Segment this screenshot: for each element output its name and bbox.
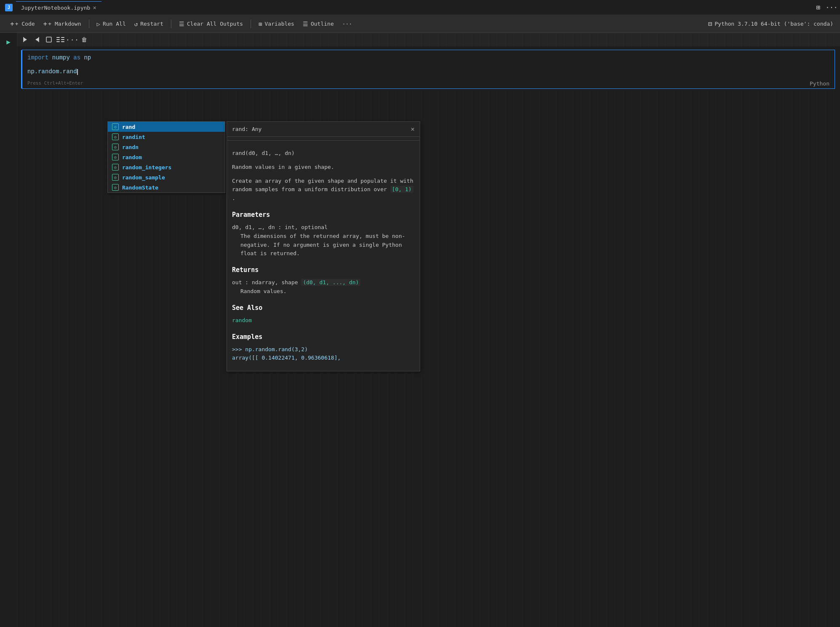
import-keyword: import — [27, 54, 48, 61]
variables-button[interactable]: ⊞ Variables — [255, 19, 298, 29]
doc-return-code: (d0, d1, ..., dn) — [301, 279, 360, 286]
cell-toolbar: ··· 🗑 — [17, 33, 840, 46]
doc-range-code: [0, 1) — [390, 186, 413, 193]
text-cursor — [77, 69, 78, 75]
add-markdown-button[interactable]: + + Markdown — [40, 18, 85, 29]
svg-rect-7 — [56, 41, 60, 42]
doc-see-also-content: random — [232, 316, 415, 325]
add-code-label: + Code — [15, 21, 35, 27]
ac-item-random-sample[interactable]: ⊙ random_sample — [108, 172, 225, 182]
code-line-1: import numpy as np — [27, 53, 829, 62]
doc-description-1: Random values in a given shape. — [232, 163, 415, 172]
cell-run-button[interactable]: ▶ — [5, 36, 12, 48]
ac-text-randomstate: RandomState — [122, 184, 158, 191]
tab-filename: JupyterNotebook.ipynb — [21, 5, 90, 11]
toolbar-sep-2 — [171, 20, 171, 28]
module-name: numpy — [52, 54, 70, 61]
doc-return-desc: Random values. — [232, 287, 415, 296]
cell-hint: Press Ctrl+Alt+Enter Python — [22, 80, 835, 88]
cell-code-content[interactable]: import numpy as np np.random.rand — [22, 50, 835, 80]
ac-text-random-sample: random_sample — [122, 174, 165, 181]
doc-panel-close-button[interactable]: × — [411, 125, 415, 133]
doc-example-code-1: >>> np.random.rand(3,2) — [232, 345, 415, 354]
svg-rect-5 — [56, 37, 60, 38]
main-toolbar: + + Code + + Markdown ▷ Run All ↺ Restar… — [0, 15, 840, 33]
doc-see-also-title: See Also — [232, 303, 415, 313]
add-code-button[interactable]: + + Code — [7, 18, 38, 29]
outline-label: Outline — [311, 21, 334, 27]
svg-rect-6 — [56, 39, 60, 40]
doc-see-also-link[interactable]: random — [232, 317, 252, 323]
cell-active-indicator — [21, 50, 22, 88]
ac-icon-random-integers: ⊙ — [112, 164, 119, 171]
ac-text-randn: randn — [122, 144, 139, 150]
doc-example: >>> np.random.rand(3,2) array([[ 0.14022… — [232, 345, 415, 363]
move-button[interactable] — [56, 35, 66, 45]
delete-cell-button[interactable]: 🗑 — [79, 35, 89, 45]
doc-examples-title: Examples — [232, 332, 415, 342]
cell-language-label: Python — [810, 80, 829, 87]
restart-icon: ↺ — [134, 21, 138, 27]
more-button[interactable]: ··· — [828, 4, 835, 11]
doc-panel-body: rand(d0, d1, …, dn) Random values in a g… — [227, 144, 420, 371]
run-above-button[interactable] — [20, 35, 30, 45]
doc-return: out : ndarray, shape (d0, d1, ..., dn) R… — [232, 278, 415, 296]
ac-icon-random-sample: ⊙ — [112, 174, 119, 181]
notebook-gutter: ▶ — [0, 33, 17, 627]
doc-return-name: out : ndarray, shape (d0, d1, ..., dn) — [232, 278, 415, 287]
kernel-info: ⊟ Python 3.7.10 64-bit ('base': conda) — [708, 20, 833, 28]
doc-panel-title: rand: Any — [232, 126, 261, 132]
code-line-2: np.random.rand — [27, 67, 829, 76]
clear-outputs-button[interactable]: ☰ Clear All Outputs — [176, 19, 246, 29]
doc-panel-header: rand: Any × — [227, 122, 420, 137]
restart-button[interactable]: ↺ Restart — [131, 19, 167, 29]
code-cell[interactable]: import numpy as np np.random.rand Press … — [22, 50, 835, 89]
doc-signature: rand(d0, d1, …, dn) — [232, 149, 415, 158]
main-area: ▶ — [0, 33, 840, 627]
add-markdown-icon: + — [43, 20, 48, 28]
outline-button[interactable]: ☰ Outline — [299, 19, 337, 29]
doc-header-separator — [227, 140, 420, 141]
autocomplete-dropdown: ⊙ rand ⊙ randint ⊙ randn ⊙ random ⊙ rand… — [107, 121, 225, 193]
ac-icon-randn: ⊙ — [112, 144, 119, 150]
doc-param: d0, d1, …, dn : int, optional The dimens… — [232, 223, 415, 258]
toolbar-more-button[interactable]: ··· — [339, 19, 355, 29]
more-label: ··· — [342, 21, 352, 27]
run-all-button[interactable]: ▷ Run All — [93, 19, 129, 29]
doc-description-2: Create an array of the given shape and p… — [232, 177, 415, 203]
ac-item-randn[interactable]: ⊙ randn — [108, 142, 225, 152]
tab-close-button[interactable]: × — [93, 4, 96, 11]
layout-button[interactable]: ⊞ — [815, 4, 821, 11]
doc-param-name: d0, d1, …, dn : int, optional — [232, 223, 415, 232]
ac-item-randint[interactable]: ⊙ randint — [108, 132, 225, 142]
cell-more-button[interactable]: ··· — [67, 35, 77, 45]
notebook-area: ··· 🗑 import numpy as np np.random.rand — [17, 33, 840, 627]
toolbar-sep-1 — [89, 20, 89, 28]
ac-icon-randomstate: ⊙ — [112, 184, 119, 191]
add-cell-button[interactable] — [44, 35, 54, 45]
ac-item-random-integers[interactable]: ⊙ random_integers — [108, 162, 225, 172]
doc-panel: rand: Any × rand(d0, d1, …, dn) Random v… — [227, 121, 420, 371]
ac-text-random-integers: random_integers — [122, 164, 171, 171]
ac-item-randomstate[interactable]: ⊙ RandomState — [108, 182, 225, 192]
title-bar: J JupyterNotebook.ipynb × ⊞ ··· — [0, 0, 840, 15]
doc-parameters-title: Parameters — [232, 210, 415, 220]
typed-code: np.random.rand — [27, 68, 77, 75]
svg-rect-8 — [61, 37, 64, 38]
ac-text-random: random — [122, 154, 142, 160]
run-below-button[interactable] — [32, 35, 42, 45]
svg-rect-9 — [61, 39, 64, 40]
app-icon: J — [5, 4, 13, 11]
ac-item-random[interactable]: ⊙ random — [108, 152, 225, 162]
run-all-label: Run All — [103, 21, 126, 27]
doc-example-code-2: array([[ 0.14022471, 0.96360618], — [232, 354, 415, 363]
restart-label: Restart — [140, 21, 163, 27]
ac-icon-random: ⊙ — [112, 154, 119, 160]
outline-icon: ☰ — [303, 21, 308, 27]
title-bar-actions: ⊞ ··· — [815, 4, 835, 11]
doc-param-desc: The dimensions of the returned array, mu… — [232, 232, 415, 258]
svg-rect-10 — [61, 41, 64, 42]
ac-item-rand[interactable]: ⊙ rand — [108, 122, 225, 132]
file-tab[interactable]: JupyterNotebook.ipynb × — [16, 1, 101, 13]
kernel-label: Python 3.7.10 64-bit ('base': conda) — [715, 21, 833, 27]
